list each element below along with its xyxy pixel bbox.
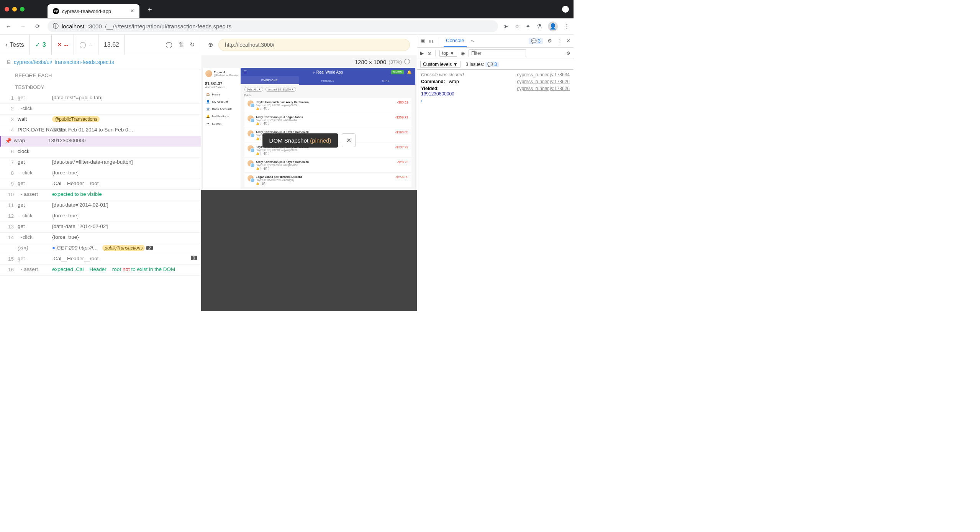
new-transaction-button[interactable]: $ NEW <box>391 70 403 74</box>
transaction-item[interactable]: Edgar Johns paid Ibrahim DickensPayment:… <box>244 173 411 188</box>
snapshot-state: (pinned) <box>310 137 331 144</box>
log-source[interactable]: cypress_runner.js:178634 <box>517 72 570 77</box>
settings-icon[interactable]: ⚙ <box>547 38 552 44</box>
command-row[interactable]: 6clock <box>0 147 201 158</box>
reload-button[interactable]: ⟳ <box>33 22 42 31</box>
like-icon[interactable]: 👍 0 <box>256 122 262 125</box>
inspect-icon[interactable]: ▣ <box>420 38 425 44</box>
sidebar-item[interactable]: 🏦Bank Accounts <box>203 105 241 113</box>
before-each-section[interactable]: BEFORE EACH <box>0 69 201 81</box>
amount-filter-chip[interactable]: Amount: $0 - $1,000▾ <box>265 87 296 92</box>
command-row[interactable]: 14-click{force: true} <box>0 233 201 243</box>
eye-icon[interactable]: ◉ <box>461 51 465 56</box>
command-row[interactable]: 2-click <box>0 104 201 115</box>
command-row[interactable]: 4PICK DATE RANGE🗓 Sat Feb 01 2014 to Sun… <box>0 125 201 136</box>
message-count-badge[interactable]: 💬3 <box>529 38 543 44</box>
clear-icon[interactable]: ⊘ <box>428 51 431 56</box>
test-body-section[interactable]: TEST BODY <box>0 81 201 93</box>
url-input[interactable]: ⓘ localhost:3000/__/#/tests/integration/… <box>48 20 498 32</box>
spec-path-link[interactable]: 🗎 cypress/tests/ui/transaction-feeds.spe… <box>0 55 201 69</box>
restart-icon[interactable]: ↻ <box>190 41 195 48</box>
snapshot-close-button[interactable]: ✕ <box>342 133 356 147</box>
command-row[interactable]: 11get[data-date='2014-02-01'] <box>0 200 201 211</box>
comment-icon[interactable]: 💬 0 <box>264 152 269 155</box>
date-filter-chip[interactable]: Date: ALL▾ <box>244 87 264 92</box>
more-tabs-icon[interactable]: » <box>471 38 474 44</box>
console-settings-icon[interactable]: ⚙ <box>566 51 570 56</box>
console-row[interactable]: Yielded: 1391230800000cypress_runner.js:… <box>417 85 574 97</box>
feed-tab[interactable]: FRIENDS <box>299 76 357 85</box>
like-icon[interactable]: 👍 <box>256 182 259 185</box>
extensions-icon[interactable]: ✦ <box>526 23 531 30</box>
sidebar-item[interactable]: ↪Logout <box>203 120 241 127</box>
bookmark-icon[interactable]: ☆ <box>515 23 519 30</box>
profile-indicator-icon[interactable] <box>562 6 569 13</box>
comment-icon[interactable]: 💬 0 <box>264 122 269 125</box>
feed-tab[interactable]: MINE <box>357 76 415 85</box>
browser-tab[interactable]: cy cypress-realworld-app × <box>48 4 139 18</box>
tab-close-icon[interactable]: × <box>131 8 134 15</box>
back-button[interactable]: ← <box>4 22 13 31</box>
minimize-window-icon[interactable] <box>12 7 17 11</box>
command-row[interactable]: 16- assertexpected .Cal__Header__root no… <box>0 265 201 276</box>
command-row[interactable]: (xhr)● GET 200 http://l… publicTransacti… <box>0 243 201 254</box>
command-message: expected .Cal__Header__root not to exist… <box>52 266 197 272</box>
sidebar-item[interactable]: 👤My Account <box>203 98 241 105</box>
more-icon[interactable]: ⋮ <box>557 38 562 44</box>
comment-icon[interactable]: 💬 <box>262 182 265 185</box>
device-icon[interactable]: ⫾⫾ <box>429 38 434 44</box>
hamburger-icon[interactable]: ☰ <box>244 70 247 74</box>
command-row[interactable]: 9get.Cal__Header__root <box>0 179 201 190</box>
command-row[interactable]: 12-click{force: true} <box>0 211 201 222</box>
site-info-icon[interactable]: ⓘ <box>53 23 59 30</box>
console-row[interactable]: Command: wrapcypress_runner.js:178626 <box>417 78 574 85</box>
sidebar-item[interactable]: 🏠Home <box>203 91 241 98</box>
tx-title: Arely Kertzmann paid Kaylin Homenick <box>256 160 395 164</box>
new-tab-button[interactable]: ＋ <box>146 5 153 14</box>
log-source[interactable]: cypress_runner.js:178626 <box>517 79 570 84</box>
command-row[interactable]: 7get[data-test*=filter-date-range-button… <box>0 158 201 168</box>
transaction-item[interactable]: Arely Kertzmann paid Edgar JohnsPayment:… <box>244 113 411 128</box>
arrows-icon[interactable]: ⇅ <box>179 41 184 48</box>
log-source[interactable]: cypress_runner.js:178626 <box>517 86 570 97</box>
close-window-icon[interactable] <box>5 7 9 11</box>
user-avatar-icon[interactable]: 👤 <box>548 21 558 31</box>
console-row[interactable]: Console was clearedcypress_runner.js:178… <box>417 71 574 78</box>
send-icon[interactable]: ➤ <box>503 23 508 30</box>
menu-icon[interactable]: ⋮ <box>564 23 570 30</box>
command-row[interactable]: 📌wrap1391230800000 <box>0 136 201 147</box>
command-row[interactable]: 15get.Cal__Header__root0 <box>0 254 201 265</box>
context-selector[interactable]: top ▼ <box>439 50 457 57</box>
back-to-tests-button[interactable]: ‹ Tests <box>0 34 30 55</box>
preview-url[interactable]: http://localhost:3000/ <box>218 39 410 51</box>
transaction-item[interactable]: Kaylin Homenick paid Arely KertzmannPaym… <box>244 98 411 113</box>
play-icon[interactable]: ▶ <box>420 51 424 56</box>
sidebar-item[interactable]: 🔔Notifications <box>203 113 241 120</box>
like-icon[interactable]: 👍 0 <box>256 167 262 170</box>
labs-icon[interactable]: ⚗ <box>537 23 542 30</box>
bell-icon[interactable]: 🔔 <box>407 70 411 74</box>
feed-tab[interactable]: EVERYONE <box>241 76 299 85</box>
command-row[interactable]: 3wait@publicTransactions <box>0 115 201 125</box>
comment-icon[interactable]: 💬 0 <box>264 167 269 170</box>
comment-icon[interactable]: 💬 0 <box>264 107 269 110</box>
levels-selector[interactable]: Custom levels ▼ <box>420 61 461 68</box>
close-devtools-icon[interactable]: ✕ <box>566 38 570 44</box>
like-icon[interactable]: 👍 0 <box>256 137 262 140</box>
transaction-item[interactable]: Arely Kertzmann paid Kaylin HomenickPaym… <box>244 158 411 173</box>
like-icon[interactable]: 👍 0 <box>256 107 262 110</box>
command-row[interactable]: 10- assertexpected to be visible <box>0 190 201 200</box>
like-icon[interactable]: 👍 1 <box>256 152 262 155</box>
console-filter-input[interactable] <box>469 49 526 57</box>
command-row[interactable]: 8-click{force: true} <box>0 168 201 179</box>
command-message: [data-date='2014-02-01'] <box>52 202 197 208</box>
console-tab[interactable]: Console <box>444 34 467 47</box>
command-row[interactable]: 13get[data-date='2014-02-02'] <box>0 222 201 233</box>
circle-icon[interactable]: ◯ <box>166 41 172 48</box>
command-row[interactable]: 1get[data-test*=public-tab] <box>0 93 201 104</box>
console-prompt[interactable]: › <box>417 97 574 104</box>
issues-count[interactable]: 3 Issues: 💬 3 <box>466 62 499 67</box>
maximize-window-icon[interactable] <box>20 7 25 11</box>
info-icon[interactable]: ⓘ <box>404 58 410 66</box>
selector-playground-icon[interactable]: ⊕ <box>208 41 213 48</box>
